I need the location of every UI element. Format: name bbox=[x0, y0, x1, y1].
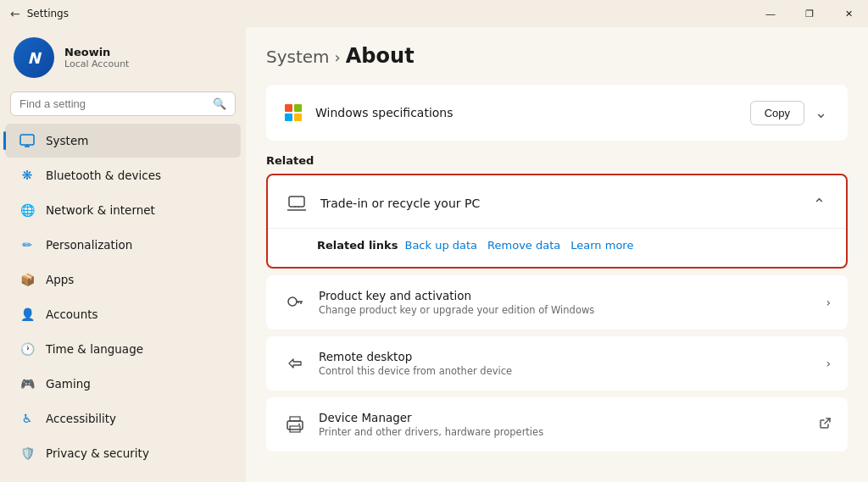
accessibility-icon: ♿ bbox=[19, 410, 36, 427]
trade-in-header[interactable]: Trade-in or recycle your PC ⌄ bbox=[268, 175, 846, 228]
titlebar-controls: — ❐ ✕ bbox=[751, 0, 868, 27]
printer-icon bbox=[283, 413, 307, 436]
profile-info: Neowin Local Account bbox=[64, 46, 129, 69]
backup-data-link[interactable]: Back up data bbox=[404, 239, 477, 252]
sidebar-item-gaming-label: Gaming bbox=[46, 377, 91, 391]
profile-section: N Neowin Local Account bbox=[0, 27, 246, 91]
personalization-icon: ✏️ bbox=[19, 236, 36, 253]
accounts-icon: 👤 bbox=[19, 306, 36, 323]
time-icon: 🕐 bbox=[19, 341, 36, 357]
apps-icon: 📦 bbox=[19, 271, 36, 288]
product-key-chevron: › bbox=[826, 296, 831, 309]
bluetooth-icon: ❋ bbox=[19, 167, 36, 184]
product-key-title: Product key and activation bbox=[319, 289, 594, 302]
minimize-button[interactable]: — bbox=[751, 0, 790, 27]
profile-subtitle: Local Account bbox=[64, 58, 129, 69]
gaming-icon: 🎮 bbox=[19, 375, 36, 392]
sidebar-item-accounts-label: Accounts bbox=[46, 307, 98, 321]
external-link-icon bbox=[819, 418, 831, 432]
remove-data-link[interactable]: Remove data bbox=[487, 239, 560, 252]
device-manager-title: Device Manager bbox=[319, 411, 543, 424]
product-key-card: Product key and activation Change produc… bbox=[266, 275, 848, 330]
collapse-trade-button[interactable]: ⌄ bbox=[810, 191, 829, 216]
product-key-item[interactable]: Product key and activation Change produc… bbox=[266, 275, 848, 330]
device-manager-text: Device Manager Printer and other drivers… bbox=[319, 411, 543, 438]
remote-desktop-item[interactable]: Remote desktop Control this device from … bbox=[266, 336, 848, 391]
titlebar-left: ← Settings bbox=[10, 7, 69, 20]
search-icon: 🔍 bbox=[213, 97, 226, 110]
avatar: N bbox=[14, 37, 54, 78]
trade-in-left: Trade-in or recycle your PC bbox=[285, 191, 480, 215]
svg-point-6 bbox=[288, 297, 297, 306]
network-icon: 🌐 bbox=[19, 202, 36, 219]
remote-desktop-title: Remote desktop bbox=[319, 350, 512, 363]
product-key-left: Product key and activation Change produc… bbox=[283, 289, 594, 316]
back-icon[interactable]: ← bbox=[10, 7, 20, 20]
sidebar-item-personalization[interactable]: ✏️ Personalization bbox=[5, 228, 241, 262]
titlebar: ← Settings — ❐ ✕ bbox=[0, 0, 868, 27]
system-icon bbox=[19, 132, 36, 149]
trade-in-card: Trade-in or recycle your PC ⌄ Related li… bbox=[266, 174, 848, 269]
sidebar-item-network[interactable]: 🌐 Network & internet bbox=[5, 193, 241, 227]
sidebar-item-accounts[interactable]: 👤 Accounts bbox=[5, 297, 241, 331]
learn-more-link[interactable]: Learn more bbox=[570, 239, 633, 252]
search-input[interactable] bbox=[19, 97, 206, 110]
sidebar-item-apps-label: Apps bbox=[46, 273, 74, 286]
windows-spec-card: Windows specifications Copy ⌄ bbox=[266, 85, 848, 141]
sidebar-item-accessibility[interactable]: ♿ Accessibility bbox=[5, 402, 241, 435]
sidebar-item-personalization-label: Personalization bbox=[46, 238, 132, 252]
svg-point-13 bbox=[298, 424, 300, 425]
remote-desktop-chevron: › bbox=[826, 357, 831, 370]
search-box[interactable]: 🔍 bbox=[10, 91, 236, 116]
windows-logo-icon bbox=[283, 102, 303, 123]
sidebar-item-gaming[interactable]: 🎮 Gaming bbox=[5, 367, 241, 401]
copy-button[interactable]: Copy bbox=[750, 101, 804, 125]
breadcrumb-parent: System bbox=[266, 47, 330, 67]
app-body: N Neowin Local Account 🔍 System bbox=[0, 27, 868, 482]
spec-left: Windows specifications bbox=[283, 102, 453, 123]
device-manager-card: Device Manager Printer and other drivers… bbox=[266, 397, 848, 452]
product-key-subtitle: Change product key or upgrade your editi… bbox=[319, 304, 594, 316]
sidebar-item-privacy-label: Privacy & security bbox=[46, 446, 149, 460]
device-manager-subtitle: Printer and other drivers, hardware prop… bbox=[319, 426, 543, 438]
expand-spec-button[interactable]: ⌄ bbox=[811, 100, 831, 125]
privacy-icon: 🛡️ bbox=[19, 445, 36, 462]
breadcrumb-current: About bbox=[346, 44, 415, 68]
sidebar-nav: System ❋ Bluetooth & devices 🌐 Network &… bbox=[0, 123, 246, 482]
breadcrumb-separator: › bbox=[335, 48, 341, 66]
device-manager-item[interactable]: Device Manager Printer and other drivers… bbox=[266, 397, 848, 452]
page-header: System › About bbox=[266, 44, 848, 68]
svg-rect-0 bbox=[20, 135, 34, 145]
trade-in-links: Related links Back up data Remove data L… bbox=[268, 228, 846, 267]
laptop-icon bbox=[285, 191, 309, 215]
windows-spec-title: Windows specifications bbox=[315, 106, 453, 119]
svg-rect-3 bbox=[289, 197, 304, 207]
sidebar-item-system[interactable]: System bbox=[5, 124, 241, 158]
device-manager-left: Device Manager Printer and other drivers… bbox=[283, 411, 543, 438]
sidebar-item-apps[interactable]: 📦 Apps bbox=[5, 263, 241, 296]
titlebar-title: Settings bbox=[27, 8, 69, 19]
key-icon bbox=[283, 291, 307, 314]
related-links-label: Related links bbox=[317, 239, 398, 252]
sidebar: N Neowin Local Account 🔍 System bbox=[0, 27, 246, 482]
sidebar-item-privacy[interactable]: 🛡️ Privacy & security bbox=[5, 436, 241, 470]
remote-desktop-subtitle: Control this device from another device bbox=[319, 365, 512, 377]
sidebar-item-bluetooth-label: Bluetooth & devices bbox=[46, 169, 161, 182]
remote-desktop-left: Remote desktop Control this device from … bbox=[283, 350, 512, 377]
sidebar-item-accessibility-label: Accessibility bbox=[46, 412, 116, 425]
remote-desktop-card: Remote desktop Control this device from … bbox=[266, 336, 848, 391]
maximize-button[interactable]: ❐ bbox=[790, 0, 829, 27]
sidebar-item-network-label: Network & internet bbox=[46, 203, 155, 217]
sidebar-item-time[interactable]: 🕐 Time & language bbox=[5, 332, 241, 366]
sidebar-item-bluetooth[interactable]: ❋ Bluetooth & devices bbox=[5, 158, 241, 192]
profile-name: Neowin bbox=[64, 46, 129, 58]
product-key-text: Product key and activation Change produc… bbox=[319, 289, 594, 316]
spec-right: Copy ⌄ bbox=[750, 100, 831, 125]
remote-desktop-text: Remote desktop Control this device from … bbox=[319, 350, 512, 377]
close-button[interactable]: ✕ bbox=[829, 0, 868, 27]
remote-icon bbox=[283, 352, 307, 375]
sidebar-item-system-label: System bbox=[46, 134, 88, 147]
trade-in-title: Trade-in or recycle your PC bbox=[320, 197, 480, 210]
sidebar-item-time-label: Time & language bbox=[46, 342, 143, 356]
main-content: System › About Windows specifications bbox=[246, 27, 868, 482]
